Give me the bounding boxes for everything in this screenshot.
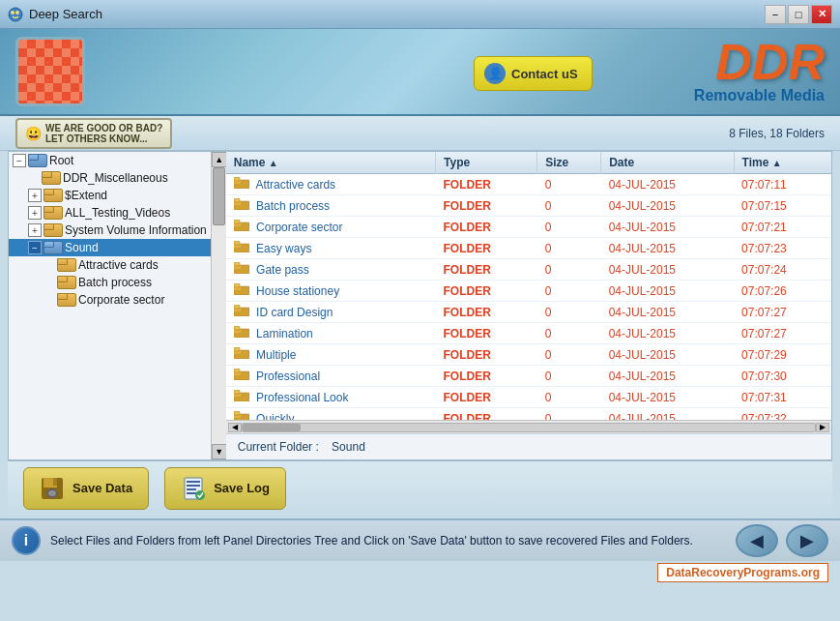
tree-item-alltesting[interactable]: + ALL_Testing_Videos xyxy=(9,204,211,222)
sort-time: ▲ xyxy=(772,158,782,168)
table-row[interactable]: Easy ways FOLDER 0 04-JUL-2015 07:07:23 xyxy=(226,238,831,259)
tree-scrollbar: ▲ ▼ xyxy=(211,152,226,459)
feedback-text: WE ARE GOOD OR BAD? LET OTHERS KNOW... xyxy=(45,123,162,144)
maximize-button[interactable]: □ xyxy=(788,5,809,24)
app-icon xyxy=(8,7,23,22)
col-size[interactable]: Size xyxy=(537,152,601,174)
col-date[interactable]: Date xyxy=(601,152,734,174)
table-row[interactable]: House stationey FOLDER 0 04-JUL-2015 07:… xyxy=(226,281,831,302)
svg-rect-38 xyxy=(234,411,240,415)
file-table: Name ▲ Type Size Date Time ▲ Att xyxy=(226,152,831,420)
tree-item-sound[interactable]: − Sound xyxy=(9,239,211,256)
hscroll-left[interactable]: ◀ xyxy=(228,423,242,432)
folder-icon-extend xyxy=(43,189,61,202)
svg-point-43 xyxy=(48,490,56,496)
table-row[interactable]: Corporate sector FOLDER 0 04-JUL-2015 07… xyxy=(226,217,831,238)
table-row[interactable]: Attractive cards FOLDER 0 04-JUL-2015 07… xyxy=(226,174,831,195)
svg-point-0 xyxy=(9,8,22,21)
file-date: 04-JUL-2015 xyxy=(601,281,734,302)
table-row[interactable]: Gate pass FOLDER 0 04-JUL-2015 07:07:24 xyxy=(226,259,831,281)
table-row[interactable]: Multiple FOLDER 0 04-JUL-2015 07:07:29 xyxy=(226,344,831,366)
title-bar-left: Deep Search xyxy=(8,7,102,22)
feedback-line1: WE ARE GOOD OR BAD? xyxy=(45,123,162,133)
col-time[interactable]: Time ▲ xyxy=(734,152,831,174)
tree-scroll-thumb[interactable] xyxy=(213,167,225,225)
row-folder-icon xyxy=(234,177,249,189)
tree-toggle-sysvolinfo[interactable]: + xyxy=(28,223,42,237)
tree-item-extend[interactable]: + $Extend xyxy=(9,187,211,204)
file-date: 04-JUL-2015 xyxy=(601,217,734,238)
ddr-logo: DDR Removable Media xyxy=(694,37,825,104)
table-row[interactable]: Batch process FOLDER 0 04-JUL-2015 07:07… xyxy=(226,195,831,217)
minimize-button[interactable]: − xyxy=(765,5,786,24)
tree-label-extend: $Extend xyxy=(65,189,107,202)
folder-icon-corpsector xyxy=(57,293,74,307)
col-type[interactable]: Type xyxy=(436,152,537,174)
files-count: 8 Files, 18 Folders xyxy=(729,127,825,140)
col-name[interactable]: Name ▲ xyxy=(226,152,436,174)
tree-panel: − Root DDR_Miscellaneous + $Extend + ALL… xyxy=(9,152,226,459)
save-data-button[interactable]: Save Data xyxy=(23,467,149,510)
row-folder-icon xyxy=(234,411,249,420)
svg-rect-17 xyxy=(234,262,240,266)
tree-label-ddrmis: DDR_Miscellaneous xyxy=(63,171,168,185)
footer-link[interactable]: DataRecoveryPrograms.org xyxy=(657,563,828,582)
back-button[interactable]: ◀ xyxy=(736,524,778,557)
contact-label: Contact uS xyxy=(511,67,578,81)
file-date: 04-JUL-2015 xyxy=(601,387,734,408)
file-size: 0 xyxy=(537,259,601,281)
tree-item-batchproc[interactable]: Batch process xyxy=(9,274,211,291)
hscroll-right[interactable]: ▶ xyxy=(816,423,829,432)
contact-icon: 👤 xyxy=(484,63,506,84)
file-name: Professional xyxy=(226,366,436,387)
file-size: 0 xyxy=(537,217,601,238)
file-hscroll: ◀ ▶ xyxy=(226,420,831,433)
tree-label-root: Root xyxy=(49,154,73,167)
file-date: 04-JUL-2015 xyxy=(601,259,734,281)
file-name: Multiple xyxy=(226,344,436,366)
file-list-scroll: Name ▲ Type Size Date Time ▲ Att xyxy=(226,152,831,420)
close-button[interactable]: ✕ xyxy=(811,5,832,24)
file-type: FOLDER xyxy=(436,174,537,195)
svg-rect-5 xyxy=(234,177,240,181)
folder-icon-alltesting xyxy=(43,206,61,220)
svg-point-49 xyxy=(195,490,205,500)
forward-button[interactable]: ▶ xyxy=(786,524,828,557)
save-log-label: Save Log xyxy=(214,481,270,495)
tree-item-sysvolinfo[interactable]: + System Volume Information xyxy=(9,222,211,239)
save-log-button[interactable]: Save Log xyxy=(164,467,286,510)
feedback-icon: 😀 xyxy=(25,126,42,141)
file-date: 04-JUL-2015 xyxy=(601,174,734,195)
tree-toggle-sound[interactable]: − xyxy=(28,241,42,254)
tree-scroll-down[interactable]: ▼ xyxy=(212,444,227,459)
status-message: Select Files and Folders from left Panel… xyxy=(50,534,726,547)
file-type: FOLDER xyxy=(436,281,537,302)
tree-item-ddrmis[interactable]: DDR_Miscellaneous xyxy=(9,169,211,187)
table-row[interactable]: Lamination FOLDER 0 04-JUL-2015 07:07:27 xyxy=(226,323,831,344)
file-size: 0 xyxy=(537,174,601,195)
table-row[interactable]: ID card Design FOLDER 0 04-JUL-2015 07:0… xyxy=(226,302,831,323)
tree-scroll-track xyxy=(212,167,226,444)
table-row[interactable]: Professional FOLDER 0 04-JUL-2015 07:07:… xyxy=(226,366,831,387)
tree-toggle-extend[interactable]: + xyxy=(28,189,42,202)
contact-button[interactable]: 👤 Contact uS xyxy=(474,56,593,91)
feedback-badge[interactable]: 😀 WE ARE GOOD OR BAD? LET OTHERS KNOW... xyxy=(15,118,172,149)
tree-item-attrcards[interactable]: Attractive cards xyxy=(9,256,211,274)
file-date: 04-JUL-2015 xyxy=(601,366,734,387)
folder-icon-sound xyxy=(43,241,61,254)
tree-toggle-root[interactable]: − xyxy=(13,154,26,167)
tree-label-attrcards: Attractive cards xyxy=(78,258,159,272)
row-folder-icon xyxy=(234,283,249,295)
tree-toggle-alltesting[interactable]: + xyxy=(28,206,42,220)
table-row[interactable]: Professional Look FOLDER 0 04-JUL-2015 0… xyxy=(226,387,831,408)
tree-item-corpsector[interactable]: Corporate sector xyxy=(9,291,211,309)
tree-item-root[interactable]: − Root xyxy=(9,152,211,169)
hscroll-thumb[interactable] xyxy=(243,424,301,431)
row-folder-icon xyxy=(234,262,249,274)
file-type: FOLDER xyxy=(436,366,537,387)
tree-scroll-up[interactable]: ▲ xyxy=(212,152,227,167)
file-type: FOLDER xyxy=(436,344,537,366)
svg-point-2 xyxy=(15,11,19,15)
save-log-icon xyxy=(181,476,206,501)
table-row[interactable]: Quickly FOLDER 0 04-JUL-2015 07:07:32 xyxy=(226,408,831,421)
